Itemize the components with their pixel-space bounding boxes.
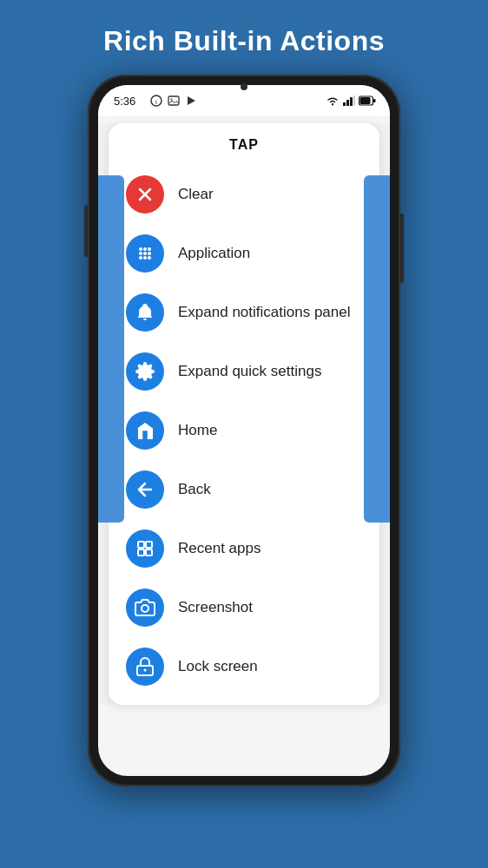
wifi-icon bbox=[326, 95, 340, 106]
clear-icon-bg bbox=[126, 175, 164, 214]
svg-rect-22 bbox=[138, 542, 144, 548]
screenshot-icon-bg bbox=[126, 589, 164, 627]
svg-rect-24 bbox=[138, 549, 144, 556]
camera-icon bbox=[135, 597, 155, 618]
home-icon-bg bbox=[126, 411, 164, 450]
expand-notifications-label: Expand notifications panel bbox=[178, 304, 350, 321]
svg-point-21 bbox=[148, 256, 151, 260]
menu-item-expand-notifications[interactable]: Expand notifications panel bbox=[109, 283, 379, 342]
svg-point-19 bbox=[139, 256, 142, 260]
svg-rect-11 bbox=[373, 99, 376, 102]
application-icon-bg bbox=[126, 234, 164, 273]
battery-icon bbox=[359, 95, 376, 106]
status-icon-1: i bbox=[150, 95, 162, 107]
lock-icon-bg bbox=[126, 648, 164, 686]
bell-icon bbox=[135, 302, 155, 323]
status-right-icons bbox=[326, 95, 376, 106]
menu-card: TAP Clear bbox=[109, 123, 379, 705]
svg-rect-12 bbox=[360, 97, 371, 104]
svg-point-26 bbox=[142, 605, 148, 612]
back-icon-bg bbox=[126, 470, 164, 509]
page-title: Rich Built-in Actions bbox=[103, 24, 385, 57]
svg-rect-7 bbox=[346, 100, 349, 106]
menu-item-back[interactable]: Back bbox=[109, 460, 379, 519]
arrow-left-icon bbox=[135, 479, 155, 500]
recent-icon-bg bbox=[126, 529, 164, 568]
svg-point-28 bbox=[144, 669, 147, 672]
menu-item-screenshot[interactable]: Screenshot bbox=[109, 578, 379, 637]
svg-rect-6 bbox=[343, 102, 346, 106]
bell-icon-bg bbox=[126, 293, 164, 332]
menu-item-home[interactable]: Home bbox=[109, 401, 379, 460]
svg-marker-4 bbox=[188, 96, 195, 105]
svg-rect-25 bbox=[146, 549, 152, 556]
menu-title: TAP bbox=[109, 137, 379, 153]
svg-point-13 bbox=[139, 247, 142, 251]
svg-rect-9 bbox=[353, 95, 355, 106]
screenshot-label: Screenshot bbox=[178, 599, 253, 616]
lock-screen-label: Lock screen bbox=[178, 658, 258, 675]
svg-point-16 bbox=[139, 252, 142, 255]
x-icon bbox=[135, 184, 155, 205]
svg-point-5 bbox=[332, 104, 333, 106]
recent-apps-label: Recent apps bbox=[178, 540, 260, 557]
svg-point-18 bbox=[148, 252, 151, 255]
expand-quick-settings-label: Expand quick settings bbox=[178, 363, 321, 380]
blue-accent-left bbox=[98, 175, 124, 523]
status-time: 5:36 bbox=[114, 95, 135, 108]
menu-item-clear[interactable]: Clear bbox=[109, 165, 379, 224]
menu-item-expand-quick-settings[interactable]: Expand quick settings bbox=[109, 342, 379, 401]
phone-camera bbox=[241, 83, 247, 90]
svg-rect-8 bbox=[350, 97, 353, 106]
blue-accent-right bbox=[364, 175, 390, 523]
home-label: Home bbox=[178, 422, 217, 439]
home-icon bbox=[135, 420, 155, 441]
menu-item-application[interactable]: Application bbox=[109, 224, 379, 283]
svg-point-17 bbox=[143, 252, 147, 255]
menu-item-lock-screen[interactable]: Lock screen bbox=[109, 637, 379, 696]
gear-icon bbox=[135, 361, 155, 382]
svg-point-20 bbox=[143, 256, 147, 260]
svg-rect-23 bbox=[146, 542, 152, 548]
svg-point-3 bbox=[171, 99, 173, 101]
menu-item-recent-apps[interactable]: Recent apps bbox=[109, 519, 379, 578]
svg-point-15 bbox=[148, 247, 151, 251]
lock-icon bbox=[135, 656, 155, 677]
clear-label: Clear bbox=[178, 186, 214, 203]
phone-screen: 5:36 i bbox=[98, 85, 390, 776]
phone-mockup: 5:36 i bbox=[88, 75, 400, 786]
status-icon-3 bbox=[185, 95, 197, 107]
svg-point-14 bbox=[143, 247, 147, 251]
status-left-icons: i bbox=[150, 95, 197, 107]
signal-icon bbox=[343, 95, 355, 106]
status-icon-2 bbox=[168, 95, 180, 107]
svg-text:i: i bbox=[155, 98, 157, 106]
recent-apps-icon bbox=[135, 538, 155, 559]
svg-rect-2 bbox=[168, 96, 179, 105]
back-label: Back bbox=[178, 481, 211, 498]
application-label: Application bbox=[178, 245, 250, 262]
grid-icon bbox=[135, 243, 155, 264]
gear-icon-bg bbox=[126, 352, 164, 391]
